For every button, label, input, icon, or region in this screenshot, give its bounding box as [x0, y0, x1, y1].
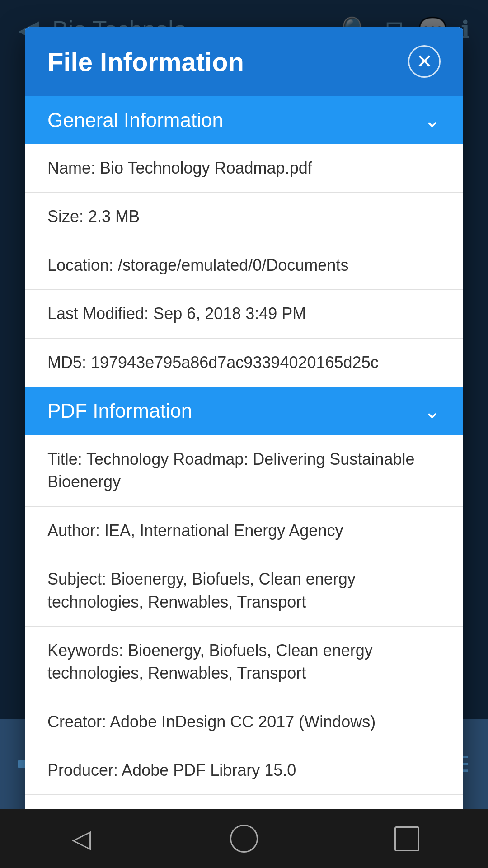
pdf-producer-row: Producer: Adobe PDF Library 15.0	[25, 746, 463, 795]
nav-recents-button[interactable]	[380, 811, 434, 866]
general-info-size-row: Size: 2.3 MB	[25, 193, 463, 241]
pdf-info-section-header[interactable]: PDF Information ⌄	[25, 387, 463, 435]
pdf-creator-row: Creator: Adobe InDesign CC 2017 (Windows…	[25, 698, 463, 746]
nav-home-button[interactable]	[217, 811, 271, 866]
general-info-md5-row: MD5: 197943e795a86d7ac93394020165d25c	[25, 339, 463, 387]
pdf-subject-text: Subject: Bioenergy, Biofuels, Clean ener…	[47, 570, 356, 611]
pdf-producer-text: Producer: Adobe PDF Library 15.0	[47, 761, 296, 779]
general-info-md5-text: MD5: 197943e795a86d7ac93394020165d25c	[47, 353, 379, 372]
general-info-location-row: Location: /storage/emulated/0/Documents	[25, 241, 463, 290]
modal-title: File Information	[47, 47, 244, 77]
general-info-name-text: Name: Bio Technology Roadmap.pdf	[47, 159, 312, 177]
pdf-author-row: Author: IEA, International Energy Agency	[25, 507, 463, 555]
general-info-label: General Information	[47, 109, 223, 132]
pdf-title-row: Title: Technology Roadmap: Delivering Su…	[25, 435, 463, 507]
nav-back-icon: ◁	[72, 824, 91, 853]
general-info-modified-row: Last Modified: Sep 6, 2018 3:49 PM	[25, 290, 463, 338]
pdf-author-text: Author: IEA, International Energy Agency	[47, 521, 343, 540]
general-info-chevron-down-icon: ⌄	[424, 108, 441, 132]
pdf-creator-text: Creator: Adobe InDesign CC 2017 (Windows…	[47, 712, 375, 731]
modal-header: File Information ✕	[25, 27, 463, 96]
general-info-modified-text: Last Modified: Sep 6, 2018 3:49 PM	[47, 304, 306, 323]
pdf-subject-row: Subject: Bioenergy, Biofuels, Clean ener…	[25, 555, 463, 627]
modal-close-button[interactable]: ✕	[408, 45, 441, 78]
nav-back-button[interactable]: ◁	[54, 811, 108, 866]
pdf-info-chevron-down-icon: ⌄	[424, 400, 441, 423]
file-info-modal: File Information ✕ General Information ⌄…	[25, 27, 463, 868]
pdf-info-label: PDF Information	[47, 400, 192, 422]
pdf-title-text: Title: Technology Roadmap: Delivering Su…	[47, 450, 414, 491]
general-info-section-header[interactable]: General Information ⌄	[25, 96, 463, 144]
pdf-keywords-row: Keywords: Bioenergy, Biofuels, Clean ene…	[25, 627, 463, 698]
close-icon: ✕	[416, 52, 433, 71]
nav-recents-icon	[394, 826, 419, 851]
general-info-location-text: Location: /storage/emulated/0/Documents	[47, 256, 348, 274]
general-info-size-text: Size: 2.3 MB	[47, 207, 140, 226]
bottom-navigation: ◁	[0, 809, 488, 868]
general-info-name-row: Name: Bio Technology Roadmap.pdf	[25, 144, 463, 193]
pdf-keywords-text: Keywords: Bioenergy, Biofuels, Clean ene…	[47, 641, 373, 682]
nav-home-icon	[230, 825, 258, 853]
